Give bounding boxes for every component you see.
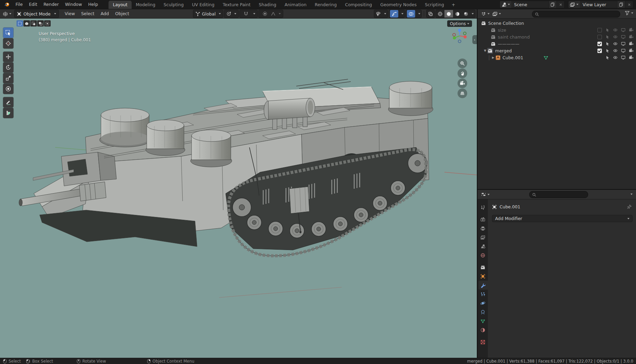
transform-orientation-dropdown[interactable]: Global [193,10,223,18]
pivot-point-dropdown[interactable] [224,10,239,18]
viewport-disable-icon[interactable] [620,48,626,53]
tab-texture-paint[interactable]: Texture Paint [218,1,255,9]
props-tab-modifiers[interactable] [479,281,488,290]
outliner-filter-button[interactable] [625,10,633,15]
snap-settings-chevron[interactable] [253,13,255,14]
menu-file[interactable]: File [12,0,26,9]
select-set-button[interactable] [17,20,23,27]
selectable-icon[interactable] [605,34,610,40]
hide-eye-icon[interactable] [613,48,618,53]
props-tab-output[interactable] [478,224,488,233]
select-intersect-button[interactable] [44,20,51,27]
falloff-chevron[interactable] [279,13,281,14]
hide-eye-icon[interactable] [613,34,618,40]
hide-eye-icon[interactable] [613,41,618,46]
shading-wireframe-button[interactable] [436,10,444,18]
scene-name[interactable]: Scene [511,2,548,7]
show-visibility-dropdown[interactable] [374,10,388,18]
xray-toggle[interactable] [426,10,435,18]
tab-uv-editing[interactable]: UV Editing [188,1,218,9]
options-button[interactable]: Options [447,20,472,27]
viewport-disable-icon[interactable] [620,55,626,60]
outliner-row-cube001[interactable]: │ ▶ Cube.001 [478,54,636,61]
exclude-checkbox[interactable] [597,34,602,40]
properties-editor-type-button[interactable] [480,191,491,198]
menu-help[interactable]: Help [85,0,101,9]
pin-icon[interactable] [627,204,632,209]
expand-arrow[interactable]: ▶ [491,56,495,59]
scene-browse-button[interactable] [500,1,511,8]
tool-scale[interactable] [3,73,13,83]
outliner-display-mode-button[interactable] [491,10,502,18]
outliner-search-input[interactable] [532,11,620,18]
view-layer-remove-button[interactable] [625,1,633,8]
tool-transform[interactable] [3,84,13,94]
props-tab-data[interactable] [478,316,488,325]
exclude-checkbox[interactable] [597,48,602,53]
mode-selector[interactable]: Object Mode [14,10,59,18]
props-tab-render[interactable] [478,215,488,224]
selectable-icon[interactable] [605,48,610,53]
shading-rendered-button[interactable] [462,10,470,18]
add-modifier-button[interactable]: Add Modifier [492,215,633,222]
tool-annotate[interactable] [3,97,13,107]
tab-rendering[interactable]: Rendering [311,1,341,9]
menu-add[interactable]: Add [98,9,112,18]
shading-chevron[interactable] [472,13,474,14]
props-tab-collection[interactable] [478,263,488,272]
tab-compositing[interactable]: Compositing [341,1,376,9]
selectable-icon[interactable] [605,27,610,33]
menu-view[interactable]: View [62,9,78,18]
view-layer-name[interactable]: View Layer [580,2,617,7]
pan-hand-button[interactable] [458,69,467,78]
hide-eye-icon[interactable] [613,27,618,33]
menu-object[interactable]: Object [112,9,132,18]
view-layer-copy-button[interactable] [617,1,625,8]
falloff-curve-icon[interactable] [271,11,276,16]
gizmos-toggle[interactable] [390,10,398,18]
props-tab-particles[interactable] [478,290,488,299]
tool-cursor[interactable] [3,38,13,49]
shading-solid-button[interactable] [444,10,453,18]
outliner-row-scene-collection[interactable]: Scene Collection [478,20,636,27]
proportional-edit-toggle[interactable] [261,10,269,18]
region-collapse-arrow[interactable]: ‹ [472,35,477,44]
select-extend-button[interactable] [23,20,30,27]
tool-move[interactable] [3,52,13,62]
tank-model[interactable] [0,19,477,358]
props-tab-scene[interactable] [478,242,488,251]
tab-scripting[interactable]: Scripting [421,1,448,9]
render-disable-icon[interactable] [628,27,634,33]
tool-measure[interactable] [3,108,13,118]
props-tab-constraints[interactable] [478,308,488,316]
zoom-button[interactable] [458,59,467,68]
tool-rotate[interactable] [3,62,13,73]
outliner-row-merged[interactable]: ▼ merged [478,47,636,54]
viewport-disable-icon[interactable] [620,27,626,33]
blender-logo-icon[interactable] [3,1,10,8]
exclude-checkbox[interactable] [597,41,602,46]
scene-unlink-button[interactable] [556,1,564,8]
menu-edit[interactable]: Edit [26,0,40,9]
scene-copy-button[interactable] [548,1,556,8]
props-tab-physics[interactable] [478,299,488,308]
shading-material-button[interactable] [453,10,462,18]
camera-view-button[interactable] [458,79,467,88]
overlays-chevron[interactable] [418,13,420,14]
props-tab-texture[interactable] [478,337,488,346]
properties-search-input[interactable] [529,191,588,198]
snap-toggle[interactable] [242,10,250,18]
outliner-row-dashes[interactable]: ————— [478,40,636,47]
tab-sculpting[interactable]: Sculpting [160,1,188,9]
gizmos-chevron[interactable] [401,13,403,14]
selectable-icon[interactable] [605,41,610,46]
props-tab-tool[interactable] [478,203,488,212]
tab-geometry-nodes[interactable]: Geometry Nodes [376,1,421,9]
menu-render[interactable]: Render [40,0,62,9]
menu-window[interactable]: Window [62,0,85,9]
select-invert-button[interactable] [37,20,44,27]
add-workspace-button[interactable]: + [448,1,459,9]
menu-select[interactable]: Select [78,9,98,18]
viewport-disable-icon[interactable] [620,41,626,46]
selectable-icon[interactable] [605,55,610,60]
